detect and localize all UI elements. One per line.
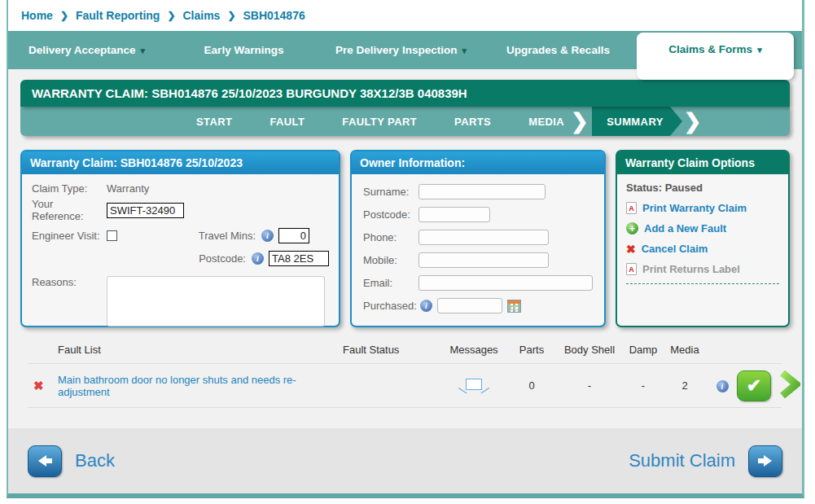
cancel-icon: ✖ [626,243,636,255]
status-text: Status: Paused [626,182,779,194]
media-count: 2 [662,379,708,392]
fault-table-header: Fault List Fault Status Messages Parts B… [28,337,782,364]
owner-information-panel: Owner Information: Surname: Postcode: Ph… [350,150,606,327]
surname-input[interactable] [418,184,546,199]
purchased-label: Purchased: [363,300,417,312]
chevron-right-icon: ❯ [684,107,702,136]
breadcrumb-claim-id[interactable]: SBH014876 [243,9,305,22]
owner-postcode-label: Postcode: [363,208,418,221]
tab-early-warnings[interactable]: Early Warnings [165,31,322,69]
panels-row: Warranty Claim: SBH014876 25/10/2023 Cla… [20,150,790,327]
step-bar: START FAULT FAULTY PART PARTS MEDIA ❯ SU… [20,107,790,136]
print-warranty-claim-link[interactable]: A Print Warranty Claim [626,202,779,214]
info-icon[interactable]: i [252,252,264,265]
tab-claims-forms[interactable]: Claims & Forms ▾ [637,33,794,80]
header-fault-status: Fault Status [343,344,439,356]
engineer-visit-label: Engineer Visit: [32,230,107,242]
chevron-right-icon: ❯ [167,10,175,21]
breadcrumb-fault-reporting[interactable]: Fault Reporting [76,9,160,22]
header-messages: Messages [439,344,509,356]
arrow-left-icon [28,445,62,477]
step-summary-active[interactable]: SUMMARY [592,107,669,136]
messages-envelope-icon[interactable] [466,379,482,390]
email-label: Email: [363,277,418,289]
step-fault[interactable]: FAULT [269,116,305,128]
back-button[interactable]: Back [28,445,115,477]
engineer-visit-checkbox[interactable] [107,230,117,241]
parts-count: 0 [509,379,554,392]
breadcrumb: Home ❯ Fault Reporting ❯ Claims ❯ SBH014… [8,0,802,31]
mobile-input[interactable] [418,252,549,268]
phone-input[interactable] [418,230,549,245]
body-shell-value: - [554,379,624,392]
owner-information-panel-title: Owner Information: [352,151,604,174]
dashed-divider [626,283,779,284]
fault-table: Fault List Fault Status Messages Parts B… [28,337,782,408]
your-reference-label: Your Reference: [32,198,107,222]
submit-claim-button[interactable]: Submit Claim [629,445,782,477]
page: Home ❯ Fault Reporting ❯ Claims ❯ SBH014… [7,0,804,498]
add-new-fault-link[interactable]: + Add a New Fault [626,222,779,234]
claim-banner: WARRANTY CLAIM: SBH014876 25/10/2023 BUR… [20,80,790,107]
content-area: WARRANTY CLAIM: SBH014876 25/10/2023 BUR… [8,69,802,408]
mobile-label: Mobile: [363,254,418,266]
email-input[interactable] [418,275,593,291]
step-start[interactable]: START [196,116,232,128]
header-parts: Parts [509,344,554,356]
tab-bar: Delivery Acceptance ▾ Early Warnings Pre… [8,31,802,69]
footer-bar: Back Submit Claim [8,428,802,493]
header-damp: Damp [624,344,662,356]
print-returns-label-link: A Print Returns Label [626,263,779,275]
step-parts[interactable]: PARTS [454,116,491,128]
owner-postcode-input[interactable] [418,207,490,222]
fault-complete-check-button[interactable]: ✔ [737,370,771,401]
info-icon[interactable]: i [420,300,432,312]
purchased-date-input[interactable] [437,298,502,313]
step-media[interactable]: MEDIA [528,116,564,128]
breadcrumb-claims[interactable]: Claims [182,9,220,22]
open-fault-arrow-icon[interactable] [779,370,800,398]
breadcrumb-home[interactable]: Home [21,9,53,22]
chevron-right-icon: ❯ [60,10,68,21]
damp-value: - [624,379,662,392]
pdf-icon: A [626,263,637,275]
delete-fault-icon[interactable]: ✖ [28,379,58,393]
cancel-claim-link[interactable]: ✖ Cancel Claim [626,243,779,255]
reasons-textarea[interactable] [107,276,325,327]
info-icon[interactable]: i [716,380,729,392]
header-fault-list: Fault List [58,344,343,356]
travel-mins-label: Travel Mins: [195,230,256,242]
caret-down-icon: ▾ [141,46,146,56]
step-summary-arrow-tip [670,107,682,136]
tab-delivery-acceptance[interactable]: Delivery Acceptance ▾ [8,31,165,69]
caret-down-icon: ▾ [462,46,467,56]
your-reference-input[interactable] [107,203,184,218]
reasons-label: Reasons: [32,276,107,288]
step-faulty-part[interactable]: FAULTY PART [342,116,417,128]
pdf-icon: A [626,202,637,214]
fault-row: ✖ Main bathroom door no longer shuts and… [28,364,782,408]
warranty-claim-panel-title: Warranty Claim: SBH014876 25/10/2023 [22,151,339,174]
claim-type-label: Claim Type: [32,182,107,195]
fault-description-link[interactable]: Main bathroom door no longer shuts and n… [58,374,343,398]
claim-type-value: Warranty [107,182,149,195]
add-icon: + [626,222,638,234]
tab-pre-delivery-inspection[interactable]: Pre Delivery Inspection ▾ [322,31,480,69]
chevron-right-icon: ❯ [227,10,235,21]
postcode-input[interactable] [269,251,329,266]
postcode-label: Postcode: [199,252,246,265]
arrow-right-icon [748,445,782,477]
phone-label: Phone: [363,231,418,243]
warranty-claim-options-title: Warranty Claim Options [617,151,788,174]
info-icon[interactable]: i [261,230,274,242]
travel-mins-input[interactable] [278,228,309,243]
header-media: Media [662,344,708,356]
surname-label: Surname: [363,186,418,198]
calendar-icon[interactable] [507,300,521,313]
warranty-claim-panel: Warranty Claim: SBH014876 25/10/2023 Cla… [20,150,340,327]
chevron-right-icon: ❯ [571,107,589,136]
tab-upgrades-recalls[interactable]: Upgrades & Recalls [480,31,637,69]
warranty-claim-options-panel: Warranty Claim Options Status: Paused A … [616,150,790,327]
header-body-shell: Body Shell [554,344,624,356]
caret-down-icon: ▾ [757,45,762,55]
